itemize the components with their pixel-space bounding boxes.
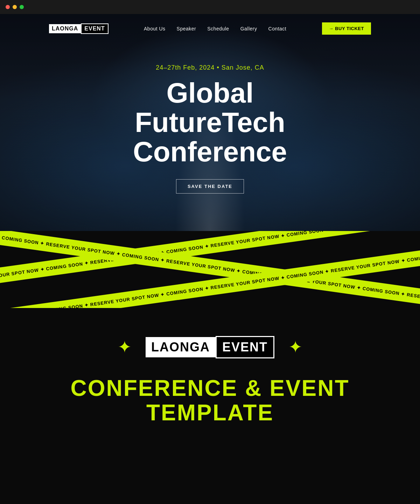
nav-item-about[interactable]: About Us bbox=[144, 26, 166, 32]
event-date: 24–27th Feb, 2024 • San Jose, CA bbox=[156, 64, 264, 71]
bottom-tagline: CONFERENCE & EVENT TEMPLATE bbox=[14, 376, 406, 425]
nav-item-gallery[interactable]: Gallery bbox=[240, 26, 257, 32]
nav-item-contact[interactable]: Contact bbox=[268, 26, 287, 32]
nav-link-schedule[interactable]: Schedule bbox=[207, 26, 229, 31]
navbar: LAONGA EVENT About Us Speaker Schedule G… bbox=[49, 14, 371, 43]
buy-ticket-button[interactable]: → BUY TICKET bbox=[322, 22, 371, 35]
logo: LAONGA EVENT bbox=[49, 23, 108, 34]
nav-item-schedule[interactable]: Schedule bbox=[207, 26, 229, 32]
hero-section: LAONGA EVENT About Us Speaker Schedule G… bbox=[0, 14, 420, 231]
minimize-button[interactable] bbox=[13, 5, 17, 9]
maximize-button[interactable] bbox=[20, 5, 24, 9]
bottom-section: ✦ LAONGA EVENT ✦ CONFERENCE & EVENT TEMP… bbox=[0, 308, 420, 446]
save-date-button[interactable]: SAVE THE DATE bbox=[176, 179, 244, 194]
close-button[interactable] bbox=[6, 5, 10, 9]
logo-part1: LAONGA bbox=[49, 24, 81, 33]
star-left-icon: ✦ bbox=[118, 339, 132, 356]
logo-part2: EVENT bbox=[81, 23, 108, 34]
bottom-logo-part1: LAONGA bbox=[146, 337, 216, 357]
event-title: Global FutureTech Conference bbox=[88, 78, 332, 167]
nav-link-gallery[interactable]: Gallery bbox=[240, 26, 257, 31]
hero-content: 24–27th Feb, 2024 • San Jose, CA Global … bbox=[88, 64, 332, 194]
bottom-logo-part2: EVENT bbox=[216, 336, 274, 358]
nav-item-speaker[interactable]: Speaker bbox=[177, 26, 196, 32]
event-title-line1: Global FutureTech bbox=[135, 77, 285, 138]
banners-section: COMING SOON ✦ RESERVE YOUR SPOT NOW ✦ CO… bbox=[0, 231, 420, 308]
browser-window: LAONGA EVENT About Us Speaker Schedule G… bbox=[0, 14, 420, 446]
nav-link-speaker[interactable]: Speaker bbox=[177, 26, 196, 31]
nav-links: About Us Speaker Schedule Gallery Contac… bbox=[144, 26, 286, 32]
title-bar bbox=[0, 0, 420, 14]
star-right-icon: ✦ bbox=[288, 339, 302, 356]
event-title-line2: Conference bbox=[133, 136, 287, 167]
bottom-logo-row: ✦ LAONGA EVENT ✦ bbox=[118, 336, 302, 358]
bottom-logo: LAONGA EVENT bbox=[146, 336, 274, 358]
nav-link-about[interactable]: About Us bbox=[144, 26, 166, 31]
nav-link-contact[interactable]: Contact bbox=[268, 26, 287, 31]
